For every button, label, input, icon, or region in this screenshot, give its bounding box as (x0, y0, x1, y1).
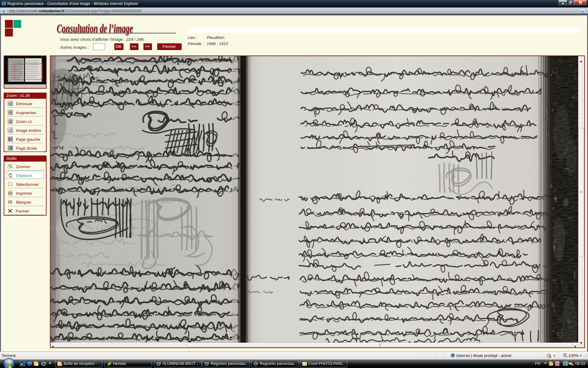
svg-text:1: 1 (10, 120, 11, 123)
